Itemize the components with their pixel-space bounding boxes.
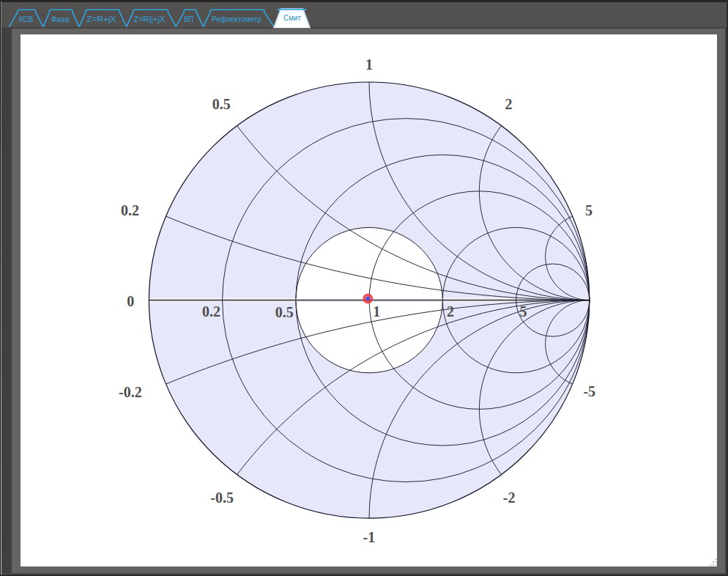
svg-text:-0.2: -0.2	[119, 384, 142, 400]
svg-text:-5: -5	[583, 383, 595, 399]
svg-text:Z=R+jX: Z=R+jX	[86, 15, 116, 23]
svg-text:0: 0	[127, 293, 134, 309]
svg-text:5: 5	[585, 202, 593, 218]
svg-text:ВП: ВП	[185, 15, 194, 23]
svg-text:КСВ: КСВ	[19, 15, 33, 23]
svg-text:5: 5	[519, 303, 527, 320]
svg-text:2: 2	[447, 303, 454, 320]
svg-text:0.5: 0.5	[275, 304, 294, 320]
svg-text:0.2: 0.2	[202, 303, 220, 320]
svg-text:Фаза: Фаза	[51, 15, 70, 23]
svg-text:1: 1	[365, 56, 373, 73]
svg-text:Рефлектометр: Рефлектометр	[212, 15, 261, 23]
svg-text:-0.5: -0.5	[210, 490, 234, 506]
svg-text:Смит: Смит	[283, 13, 301, 22]
svg-text:-1: -1	[363, 529, 376, 545]
svg-text:1: 1	[373, 303, 380, 320]
svg-text:2: 2	[505, 96, 513, 112]
svg-text:Z=R||+jX: Z=R||+jX	[134, 15, 166, 23]
svg-text:0.2: 0.2	[121, 202, 139, 218]
svg-text:-2: -2	[503, 490, 516, 506]
svg-text:0.5: 0.5	[212, 96, 231, 112]
